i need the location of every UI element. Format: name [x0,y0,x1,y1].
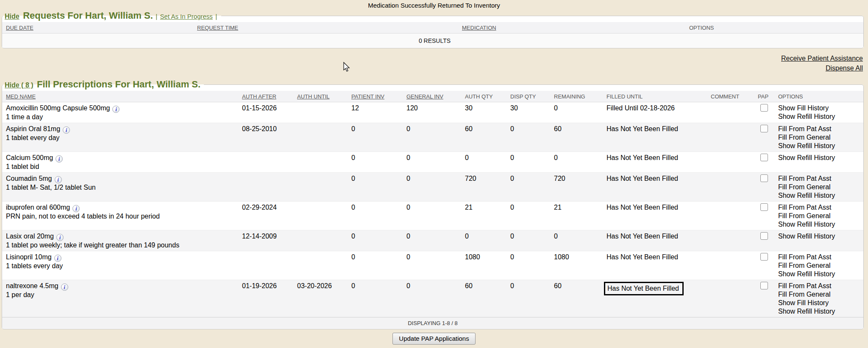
info-icon[interactable]: i [63,126,70,134]
col-header-general-inv[interactable]: GENERAL INV [404,91,462,102]
show-refill-history-link[interactable]: Show Refill History [778,142,861,150]
info-icon[interactable]: i [55,176,62,183]
med-sig: 1 tablet po weekly; take if weight great… [6,241,237,250]
info-icon[interactable]: i [54,255,61,262]
col-header-auth-until[interactable]: AUTH UNTIL [295,91,349,102]
pap-checkbox[interactable] [760,282,768,289]
patient-inv-cell: 0 [349,280,404,317]
filled-until-cell: Has Not Yet Been Filled [604,152,708,173]
info-icon[interactable]: i [56,155,63,163]
patient-inv-cell: 0 [349,251,404,280]
med-sig: 1 tablets every day [6,262,237,270]
auth-qty-cell: 60 [462,280,508,317]
med-sig: PRN pain, not to exceed 4 tablets in 24 … [6,212,237,221]
fill-from-general-link[interactable]: Fill From General [778,133,861,142]
update-pap-applications-button[interactable]: Update PAP Applications [392,333,475,345]
show-refill-history-link[interactable]: Show Refill History [778,270,861,278]
pap-checkbox[interactable] [760,232,768,240]
disp-qty-cell: 30 [508,102,551,123]
comment-cell [708,251,755,280]
col-header-request-time[interactable]: REQUEST TIME [195,22,459,34]
prescription-row: Amoxicillin 500mg Capsule 500mgi1 time a… [2,102,863,123]
fill-from-general-link[interactable]: Fill From General [778,212,861,220]
fill-from-general-link[interactable]: Fill From General [778,183,861,191]
auth-after-cell: 01-19-2026 [239,280,295,317]
filled-until-status: Has Not Yet Been Filled [606,175,678,182]
show-refill-history-link[interactable]: Show Refill History [778,220,861,229]
filled-until-status: Has Not Yet Been Filled [606,233,678,240]
pap-checkbox[interactable] [760,203,768,211]
filled-until-cell: Has Not Yet Been Filled [604,230,708,251]
auth-until-cell [295,123,349,152]
med-name-cell: Amoxicillin 500mg Capsule 500mgi1 time a… [2,102,239,123]
dispense-all-link[interactable]: Dispense All [0,63,863,73]
auth-qty-cell: 30 [462,102,508,123]
med-sig: 1 tablet M- Sat, 1/2 tablet Sun [6,183,237,192]
show-refill-history-link[interactable]: Show Refill History [778,191,861,200]
filled-until-cell: Has Not Yet Been Filled [604,202,708,230]
legend-separator: | [156,13,157,20]
show-refill-history-link[interactable]: Show Refill History [778,232,861,241]
show-refill-history-link[interactable]: Show Refill History [778,307,861,316]
col-header-auth-qty: AUTH QTY [462,91,508,102]
auth-qty-cell: 0 [462,230,508,251]
info-icon[interactable]: i [112,106,120,113]
fill-from-general-link[interactable]: Fill From General [778,261,861,270]
fill-from-pat-asst-link[interactable]: Fill From Pat Asst [778,174,861,183]
disp-qty-cell: 0 [508,230,551,251]
set-as-in-progress-link[interactable]: Set As In Progress [160,13,213,20]
pap-cell [755,251,776,280]
fill-from-pat-asst-link[interactable]: Fill From Pat Asst [778,125,861,133]
pap-cell [755,102,776,123]
show-refill-history-link[interactable]: Show Refill History [778,112,861,121]
filled-until-cell: Has Not Yet Been Filled [604,251,708,280]
remaining-cell: 0 [551,102,604,123]
prescription-row: Aspirin Oral 81mgi1 tablet every day08-2… [2,123,863,152]
general-inv-cell: 0 [404,173,462,202]
general-inv-cell: 0 [404,230,462,251]
comment-cell [708,173,755,202]
filled-until-cell: Has Not Yet Been Filled [604,280,708,317]
fill-hide-link[interactable]: Hide ( 8 ) [5,81,33,89]
fill-from-pat-asst-link[interactable]: Fill From Pat Asst [778,203,861,212]
remaining-cell: 21 [551,202,604,230]
disp-qty-cell: 0 [508,280,551,317]
col-header-auth-after[interactable]: AUTH AFTER [239,91,295,102]
comment-cell [708,202,755,230]
med-name-cell: Calcium 500mgi1 tablet bid [2,152,239,173]
prescription-row: naltrexone 4.5mgi1 per day01-19-202603-2… [2,280,863,317]
pap-checkbox[interactable] [760,154,768,161]
fill-from-general-link[interactable]: Fill From General [778,290,861,299]
pap-checkbox[interactable] [760,253,768,261]
fill-table-header-row: MED NAME AUTH AFTER AUTH UNTIL PATIENT I… [2,91,863,102]
col-header-patient-inv[interactable]: PATIENT INV [349,91,404,102]
section-actions: Receive Patient Assistance Dispense All [0,53,863,73]
pap-checkbox[interactable] [760,174,768,182]
info-icon[interactable]: i [56,234,64,241]
filled-until-status: Has Not Yet Been Filled [606,154,678,161]
receive-patient-assistance-link[interactable]: Receive Patient Assistance [0,53,863,63]
show-fill-history-link[interactable]: Show Fill History [778,104,861,112]
med-name-cell: Aspirin Oral 81mgi1 tablet every day [2,123,239,152]
filled-until-status: Has Not Yet Been Filled [606,204,678,211]
auth-until-cell [295,230,349,251]
pap-checkbox[interactable] [760,125,768,132]
fill-prescriptions-table: MED NAME AUTH AFTER AUTH UNTIL PATIENT I… [2,91,863,317]
col-header-due-date[interactable]: DUE DATE [2,22,195,34]
patient-inv-cell: 0 [349,123,404,152]
remaining-cell: 60 [551,123,604,152]
info-icon[interactable]: i [61,283,68,291]
show-fill-history-link[interactable]: Show Fill History [778,299,861,307]
fill-from-pat-asst-link[interactable]: Fill From Pat Asst [778,282,861,290]
general-inv-cell: 0 [404,202,462,230]
col-header-med-name[interactable]: MED NAME [2,91,239,102]
col-header-medication[interactable]: MEDICATION [459,22,687,34]
show-refill-history-link[interactable]: Show Refill History [778,154,861,162]
requests-table: DUE DATE REQUEST TIME MEDICATION OPTIONS… [2,22,863,48]
info-icon[interactable]: i [72,205,80,212]
general-inv-cell: 0 [404,123,462,152]
pap-checkbox[interactable] [760,104,768,112]
med-sig: 1 per day [6,291,237,299]
requests-hide-link[interactable]: Hide [5,13,19,20]
fill-from-pat-asst-link[interactable]: Fill From Pat Asst [778,253,861,261]
